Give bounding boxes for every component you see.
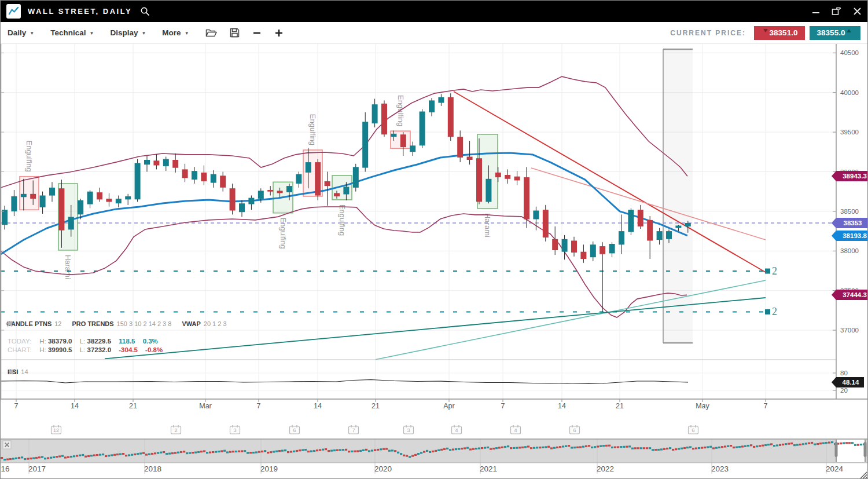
calendar-icon[interactable]: 6 [570, 425, 580, 434]
candle [116, 199, 122, 203]
svg-text:7: 7 [352, 427, 355, 433]
pattern-label: Engulfing [25, 140, 34, 171]
svg-text:40000: 40000 [840, 89, 859, 96]
arrow-down-icon [763, 29, 768, 32]
zoom-out-button[interactable] [252, 28, 262, 38]
svg-text:37444.3: 37444.3 [843, 291, 867, 298]
close-icon[interactable] [6, 320, 13, 327]
calendar-icon[interactable]: 6 [290, 425, 300, 434]
calendar-icon[interactable]: 12 [52, 425, 61, 434]
moving-average-line [1, 153, 687, 254]
year-label: 2018 [144, 465, 161, 473]
candle [49, 188, 55, 196]
year-label: 2022 [597, 465, 614, 473]
candle [448, 97, 454, 137]
close-button[interactable] [853, 7, 862, 16]
year-label: 16 [1, 465, 9, 473]
popout-button[interactable] [832, 7, 841, 16]
svg-text:48.14: 48.14 [843, 379, 859, 386]
app-window: WALL STREET, DAILY Daily ▼ Technical ▼ D… [0, 0, 868, 479]
candle [267, 190, 273, 192]
candle [467, 157, 473, 160]
candle [619, 231, 624, 244]
indicator-legend: CANDLE PTNS 12 PRO TRENDS 150 3 10 2 14 … [6, 320, 227, 327]
svg-text:Mar: Mar [199, 402, 212, 410]
calendar-icon[interactable]: 3 [230, 425, 240, 434]
calendar-icon[interactable]: 4 [511, 425, 521, 434]
trend-line-uptrend-light[interactable] [376, 280, 766, 360]
main-chart-canvas[interactable]: 22EngulfingHaramiEngulfingEngulfingEngul… [1, 1, 868, 479]
svg-text:7: 7 [14, 402, 19, 410]
navigator-track[interactable] [1, 439, 868, 463]
year-label: 2024 [826, 465, 844, 473]
calendar-icon[interactable]: 2 [171, 425, 181, 434]
stats-chart-row: CHART: H: 39990.5 L: 37232.0 -304.5 -0.8… [8, 346, 168, 354]
svg-text:21: 21 [616, 402, 624, 410]
open-folder-icon[interactable] [205, 28, 217, 38]
chevron-down-icon: ▼ [185, 31, 189, 36]
candle [562, 239, 568, 252]
chevron-down-icon: ▼ [89, 31, 94, 36]
candle [580, 252, 586, 259]
ask-price-badge: 38355.0 [810, 26, 860, 40]
svg-text:2: 2 [772, 306, 777, 317]
candle [11, 196, 17, 211]
candle [21, 194, 27, 198]
candle [296, 174, 301, 184]
highlight-region[interactable] [663, 49, 693, 343]
zoom-in-button[interactable] [274, 28, 284, 38]
menu-more[interactable]: More ▼ [162, 28, 189, 37]
indicator-rsi: RSI 14 [8, 368, 28, 375]
resize-grip[interactable] [860, 472, 867, 479]
candle [400, 134, 406, 147]
year-label: 2020 [374, 465, 392, 473]
title-bar: WALL STREET, DAILY [1, 1, 867, 22]
calendar-icon[interactable]: 4 [452, 425, 462, 434]
app-logo-icon [6, 4, 21, 19]
candle [315, 162, 321, 196]
chevron-down-icon: ▼ [30, 31, 34, 36]
candle [505, 175, 510, 179]
navigator-close-button[interactable] [3, 441, 11, 449]
candle [230, 188, 236, 210]
stats-today-row: TODAY: H: 38379.0 L: 38229.5 118.5 0.3% [8, 337, 168, 346]
candle [30, 194, 36, 199]
toolbar: Daily ▼ Technical ▼ Display ▼ More ▼ CUR… [1, 22, 867, 44]
candle [182, 169, 188, 178]
calendar-icon[interactable]: 6 [689, 425, 698, 434]
support-level-marker: 2 [765, 306, 777, 317]
candle [163, 159, 169, 166]
candle [353, 167, 359, 188]
axis-badges: 38943.33835338193.837444.348.14 [832, 171, 868, 387]
candle [429, 100, 435, 112]
menu-technical[interactable]: Technical ▼ [50, 28, 94, 37]
pattern-box-engulfing[interactable] [20, 177, 39, 210]
candle [153, 160, 159, 165]
svg-text:21: 21 [129, 402, 137, 410]
calendar-icon[interactable]: 7 [349, 425, 359, 434]
search-icon[interactable] [140, 6, 150, 16]
svg-text:6: 6 [293, 427, 296, 433]
save-icon[interactable] [230, 28, 240, 38]
svg-text:38000: 38000 [840, 247, 859, 254]
svg-text:3: 3 [233, 427, 236, 433]
candle [201, 173, 207, 181]
candle [58, 188, 64, 231]
candle [220, 175, 226, 188]
svg-text:7: 7 [764, 402, 768, 410]
svg-text:7: 7 [257, 402, 261, 410]
menu-daily[interactable]: Daily ▼ [8, 28, 34, 37]
candle [343, 187, 349, 195]
close-icon[interactable] [8, 368, 14, 375]
minimize-button[interactable] [812, 8, 820, 16]
arrow-up-icon [847, 29, 851, 32]
calendar-icon[interactable]: 3 [404, 425, 414, 434]
candle [277, 191, 283, 193]
candle [438, 97, 444, 103]
candle [675, 226, 681, 228]
candle [144, 160, 150, 164]
svg-text:37000: 37000 [840, 327, 859, 334]
svg-text:14: 14 [314, 402, 322, 410]
candle [524, 177, 529, 220]
menu-display[interactable]: Display ▼ [110, 28, 146, 37]
